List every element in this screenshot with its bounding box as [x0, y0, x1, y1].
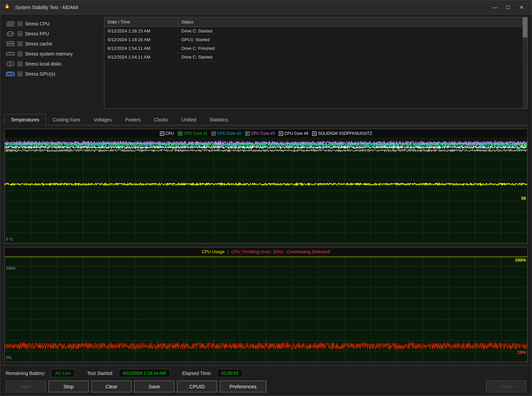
legend-item-solidigm-ssdpfknu010tz: SOLIDIGM SSDPFKNU010TZ: [312, 131, 372, 136]
status-row: Remaining Battery: AC Line Test Started:…: [6, 369, 526, 377]
tab-clocks[interactable]: Clocks: [148, 114, 175, 125]
legend-item-cpu-core-#1: CPU Core #1: [178, 131, 207, 136]
svg-rect-1: [8, 23, 13, 25]
log-col-status: Status: [178, 17, 527, 26]
cpu-icon: [6, 20, 15, 27]
memory-icon: [6, 51, 15, 57]
stress-fpu-checkbox[interactable]: [18, 31, 22, 36]
log-row: 6/12/2024 1:54:11 AMDrive C: Started: [104, 53, 527, 62]
svg-point-37: [12, 74, 13, 75]
stress-cpu-checkbox[interactable]: [18, 21, 22, 26]
test-started-label: Test Started:: [87, 371, 113, 376]
legend-item-cpu-core-#4: CPU Core #4: [279, 131, 308, 136]
legend-checkbox-1[interactable]: [178, 131, 182, 136]
main-window: 🔥 System Stability Test - AIDA64 — ☐ ✕ S…: [0, 0, 532, 396]
button-row: Start Stop Clear Save CPUID Preferences …: [6, 381, 526, 392]
temp-val-56: 56: [521, 196, 526, 201]
close-button[interactable]: Close: [486, 381, 526, 392]
log-row: 6/12/2024 1:54:11 AMDrive C: Finished: [104, 44, 527, 53]
temp-val-93: 93: [521, 144, 526, 149]
stress-panel: Stress CPU Stress FPU Stress cache: [0, 14, 104, 111]
window-title: System Stability Test - AIDA64: [15, 5, 489, 10]
temp-val-97: 97: [517, 142, 521, 146]
stress-cpu-label: Stress CPU: [25, 21, 50, 26]
clear-button[interactable]: Clear: [91, 381, 131, 392]
usage-chart: CPU Usage | CPU Throttling (max: 33%) - …: [4, 248, 528, 362]
title-separator: |: [227, 249, 228, 254]
usage-y-top: 100%: [6, 266, 15, 270]
temp-y-bottom: 0 °C: [6, 237, 13, 241]
temp-y-top: 100 °C: [6, 148, 17, 153]
log-row: 6/12/2024 1:18:16 AMGPU1: Started: [104, 35, 527, 44]
legend-checkbox-3[interactable]: [245, 131, 250, 136]
stress-disks-label: Stress local disks: [25, 61, 61, 67]
stress-gpu-checkbox[interactable]: [18, 72, 22, 76]
stress-fpu-item: Stress FPU: [6, 30, 99, 38]
legend-checkbox-4[interactable]: [279, 131, 283, 136]
stress-disks-checkbox[interactable]: [18, 62, 22, 66]
cache-icon: [6, 40, 15, 47]
battery-label: Remaining Battery:: [6, 371, 46, 376]
tab-temperatures[interactable]: Temperatures: [4, 114, 46, 125]
log-scrollbar-thumb: [523, 17, 527, 37]
legend-item-cpu-core-#3: CPU Core #3: [245, 131, 275, 136]
log-scrollbar[interactable]: [523, 17, 527, 108]
minimize-button[interactable]: —: [489, 3, 501, 12]
log-header: Date / Time Status: [104, 17, 527, 27]
log-col-time: Date / Time: [104, 17, 178, 26]
battery-value: AC Line: [51, 369, 75, 377]
test-started-value: 6/12/2024 1:18:14 AM: [119, 369, 170, 377]
tab-cooling-fans[interactable]: Cooling Fans: [47, 114, 87, 125]
save-button[interactable]: Save: [134, 381, 174, 392]
disk-icon: [6, 61, 15, 67]
stop-button[interactable]: Stop: [49, 381, 89, 392]
temperature-chart: CPUCPU Core #1CPU Core #2CPU Core #3CPU …: [4, 129, 528, 243]
main-chart-area: TemperaturesCooling FansVoltagesPowersCl…: [0, 111, 532, 365]
usage-title: CPU Usage | CPU Throttling (max: 33%) - …: [5, 248, 527, 256]
preferences-button[interactable]: Preferences: [220, 381, 266, 392]
throttle-label: CPU Throttling (max: 33%) - Overheating …: [231, 249, 331, 254]
tab-voltages[interactable]: Voltages: [87, 114, 118, 125]
elapsed-value: 01:00:53: [217, 369, 243, 377]
legend-checkbox-5[interactable]: [312, 131, 317, 136]
charts-area: CPUCPU Core #1CPU Core #2CPU Core #3CPU …: [4, 125, 528, 365]
usage-val-15: 15%: [517, 350, 526, 355]
log-row: 6/12/2024 1:18:15 AMDrive C: Started: [104, 27, 527, 35]
title-bar: 🔥 System Stability Test - AIDA64 — ☐ ✕: [0, 0, 532, 14]
legend-item-cpu: CPU: [160, 131, 174, 136]
maximize-button[interactable]: ☐: [502, 3, 514, 12]
log-panel: Date / Time Status 6/12/2024 1:18:15 AMD…: [104, 17, 528, 109]
legend-checkbox-2[interactable]: [211, 131, 216, 136]
temp-val-88: 88: [517, 147, 521, 151]
tab-statistics[interactable]: Statistics: [203, 114, 235, 125]
tab-unified[interactable]: Unified: [175, 114, 203, 125]
bottom-bar: Remaining Battery: AC Line Test Started:…: [0, 365, 532, 396]
temp-canvas: [5, 138, 527, 243]
legend-checkbox-0[interactable]: [160, 131, 164, 136]
tab-powers[interactable]: Powers: [119, 114, 147, 125]
app-icon: 🔥: [4, 3, 12, 11]
elapsed-label: Elapsed Time:: [182, 371, 212, 376]
stress-fpu-label: Stress FPU: [25, 31, 49, 36]
gpu-icon: [6, 71, 15, 77]
svg-point-34: [10, 64, 11, 65]
cpuid-button[interactable]: CPUID: [177, 381, 217, 392]
stress-cpu-item: Stress CPU: [6, 20, 99, 28]
stress-gpu-label: Stress GPU(s): [25, 71, 55, 77]
cpu-usage-label: CPU Usage: [202, 249, 225, 254]
legend-item-cpu-core-#2: CPU Core #2: [211, 131, 241, 136]
log-rows: 6/12/2024 1:18:15 AMDrive C: Started6/12…: [104, 27, 527, 62]
stress-cache-checkbox[interactable]: [18, 41, 22, 46]
stress-memory-item: Stress system memory: [6, 50, 99, 58]
stress-memory-checkbox[interactable]: [18, 52, 22, 56]
svg-rect-35: [6, 72, 14, 76]
stress-cache-label: Stress cache: [25, 41, 52, 46]
temp-legend: CPUCPU Core #1CPU Core #2CPU Core #3CPU …: [5, 129, 527, 138]
svg-rect-36: [7, 73, 11, 75]
close-window-button[interactable]: ✕: [516, 3, 528, 12]
stress-memory-label: Stress system memory: [25, 51, 73, 57]
start-button[interactable]: Start: [6, 381, 46, 392]
usage-val-100: 100%: [515, 258, 526, 263]
window-controls: — ☐ ✕: [489, 3, 528, 12]
upper-content: Stress CPU Stress FPU Stress cache: [0, 14, 532, 111]
